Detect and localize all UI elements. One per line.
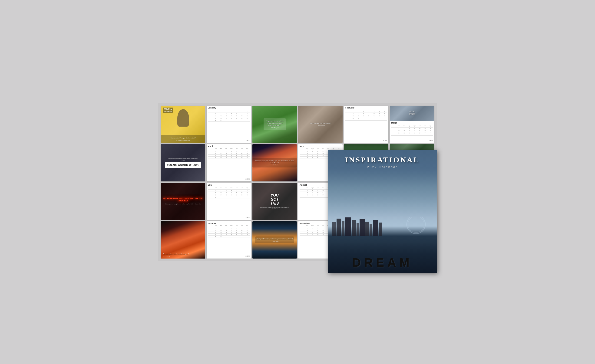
cover-dream: DREAM bbox=[328, 256, 437, 269]
cal-row: 17181920212223 bbox=[208, 194, 250, 195]
cal-row: 9101112131415 bbox=[208, 114, 250, 116]
jan-cal-rows: 1 2345678 9101112131415 16171819202122 2… bbox=[208, 111, 250, 139]
svg-point-12 bbox=[408, 217, 424, 232]
cal-row: 24252627282930 bbox=[208, 157, 250, 158]
cal-row: 1 bbox=[208, 226, 250, 228]
mar-day-headers: SUNMONTUEWEDTHUFRISAT bbox=[391, 125, 433, 126]
cal-row: 2345678 bbox=[208, 228, 250, 230]
jan-quote-text: "You do not find the happy life. You mak… bbox=[163, 137, 203, 139]
cal-row: 12 bbox=[208, 149, 250, 151]
cal-row: 3031 bbox=[208, 236, 250, 238]
cal-row: 16171819202122 bbox=[208, 232, 250, 234]
svg-rect-4 bbox=[352, 220, 356, 236]
jul-quote-attr: "Life changes very quickly, in a very po… bbox=[165, 203, 201, 205]
oct-calendar: October SUNMONTUEWEDTHUFRISAT 1 2345678 … bbox=[207, 221, 251, 259]
mar-calendar: DREAMBELIEVEACHIEVE March SUNMONTUEWEDTH… bbox=[390, 106, 434, 143]
cal-row: 10111213141516 bbox=[208, 192, 250, 193]
jan-year: 2022 bbox=[208, 139, 250, 141]
cover-title: INSPIRATIONAL bbox=[345, 156, 419, 164]
apr-calendar: April SUNMONTUEWEDTHUFRISAT 12 3456789 1… bbox=[207, 144, 251, 182]
cal-row: 23242526272829 bbox=[208, 234, 250, 236]
svg-rect-0 bbox=[332, 222, 336, 236]
feb-quote-attr: — John Wooden bbox=[309, 125, 331, 126]
jan-photo-quote: "Happiness often sneaks in through a doo… bbox=[252, 106, 297, 143]
feb-grid: February SUNMONTUEWEDTHUFRISAT 12345 678… bbox=[344, 106, 388, 143]
jul-grid: July SUNMONTUEWEDTHUFRISAT 12 3456789 10… bbox=[207, 183, 251, 220]
cal-row: 31 bbox=[208, 197, 250, 199]
cal-row bbox=[391, 135, 433, 136]
apr-cal-rows: 12 3456789 10111213141516 17181920212223… bbox=[208, 149, 250, 178]
jul-title: July bbox=[208, 184, 250, 186]
apr-quote-text: Stay close to anything that makes you gl… bbox=[168, 157, 198, 159]
cal-row: 13141516171819 bbox=[345, 114, 387, 116]
svg-rect-8 bbox=[369, 224, 372, 236]
cover-page: INSPIRATIONAL 2022 Calendar DREAM bbox=[328, 150, 437, 273]
apr-title: April bbox=[208, 145, 250, 147]
oct-title: October bbox=[208, 222, 250, 225]
svg-rect-5 bbox=[356, 223, 359, 236]
jan-photo-quote-text: "Happiness often sneaks in through a doo… bbox=[265, 120, 284, 126]
main-wrapper: "You do not find the happy life. You mak… bbox=[158, 103, 437, 261]
oct-photo-quote-attr: — Helen Keller bbox=[257, 240, 293, 242]
feb-title: February bbox=[345, 107, 387, 109]
cal-row bbox=[208, 159, 250, 159]
may-title: May bbox=[300, 145, 341, 147]
mar-year: 2022 bbox=[391, 139, 433, 141]
oct-year: 2022 bbox=[208, 255, 250, 257]
oct-day-headers: SUNMONTUEWEDTHUFRISAT bbox=[208, 225, 250, 226]
jan-day-headers: SUNMONTUEWEDTHUFRISAT bbox=[208, 109, 250, 111]
cal-row: 10111213141516 bbox=[208, 153, 250, 155]
mar-title: March bbox=[391, 122, 433, 124]
cal-row: 12345 bbox=[391, 126, 433, 127]
cal-row: 3031 bbox=[208, 120, 250, 122]
jul-year: 2022 bbox=[208, 217, 250, 219]
apr-year: 2022 bbox=[208, 178, 250, 180]
oct-quote-attr: — E.E. Cummings bbox=[163, 256, 189, 257]
oct-photo-quote-text: "Keep your face to the sunshine and you … bbox=[257, 238, 293, 240]
oct-photo-quote: "Keep your face to the sunshine and you … bbox=[252, 221, 297, 259]
oct-quote-text: "The most wasted of days is one without … bbox=[163, 253, 189, 255]
svg-rect-2 bbox=[342, 221, 344, 236]
jan-calendar: January SUNMONTUEWEDTHUFRISAT 1 2345678 … bbox=[207, 106, 251, 143]
city-skyline-svg bbox=[328, 217, 437, 236]
feb-year: 2022 bbox=[345, 139, 387, 141]
cal-row: 12 bbox=[208, 188, 250, 189]
jan-bg: "You do not find the happy life. You mak… bbox=[161, 106, 205, 143]
feb-cal-rows: 12345 6789101112 13141516171819 20212223… bbox=[345, 111, 387, 139]
mar-photo: DREAMBELIEVEACHIEVE bbox=[390, 106, 434, 121]
oct-quote-page: "The most wasted of days is one without … bbox=[161, 221, 205, 259]
feb-day-headers: SUNMONTUEWEDTHUFRISAT bbox=[345, 109, 387, 111]
cal-row: 3456789 bbox=[208, 151, 250, 153]
cal-row: 12345 bbox=[345, 111, 387, 112]
jul-quote-page: BE AFRAID OF THE ENORMITY OF THE POSSIBL… bbox=[161, 183, 205, 220]
cal-row: 2728293031 bbox=[391, 133, 433, 135]
may-day-headers: SUNMONTUEWEDTHUFRISAT bbox=[300, 148, 341, 149]
cal-row bbox=[345, 120, 387, 120]
cal-row: 6789101112 bbox=[345, 113, 387, 114]
svg-rect-3 bbox=[345, 217, 351, 236]
jul-calendar: July SUNMONTUEWEDTHUFRISAT 12 3456789 10… bbox=[207, 183, 251, 220]
cal-row: 23242526272829 bbox=[208, 118, 250, 120]
cal-row: 1 bbox=[208, 111, 250, 112]
jul-photo-quote: YOUGOTTHIS "When you have a dream, you'v… bbox=[252, 183, 297, 220]
cal-row: 2728 bbox=[345, 118, 387, 120]
svg-rect-10 bbox=[379, 223, 382, 236]
jan-quote-attr: — Camille Pissaro Kimball bbox=[163, 140, 203, 141]
cal-row: 20212223242526 bbox=[345, 116, 387, 118]
jul-quote-text: BE AFRAID OF THE ENORMITY OF THE POSSIBL… bbox=[162, 197, 204, 202]
feb-calendar: February SUNMONTUEWEDTHUFRISAT 12345 678… bbox=[344, 106, 388, 143]
oct-grid: October SUNMONTUEWEDTHUFRISAT 1 2345678 … bbox=[207, 221, 251, 259]
jan-photo-quote-attr: — John Barrymore bbox=[265, 127, 284, 128]
jan-title: January bbox=[208, 107, 250, 109]
cal-row: 3456789 bbox=[208, 190, 250, 191]
jul-cal-rows: 12 3456789 10111213141516 17181920212223… bbox=[208, 188, 250, 217]
feb-quote-page: "Make each day your masterpiece." — John… bbox=[298, 106, 343, 143]
svg-rect-7 bbox=[365, 222, 369, 236]
cal-row: 16171819202122 bbox=[208, 116, 250, 118]
cover-subtitle: 2022 Calendar bbox=[345, 165, 419, 169]
apr-photo-quote-attr: — Edith Wharton bbox=[254, 164, 295, 166]
svg-rect-1 bbox=[337, 219, 341, 236]
feb-quote-text: "Make each day your masterpiece." bbox=[309, 122, 331, 124]
oct-cal-rows: 1 2345678 9101112131415 16171819202122 2… bbox=[208, 226, 250, 255]
svg-rect-6 bbox=[360, 219, 365, 236]
